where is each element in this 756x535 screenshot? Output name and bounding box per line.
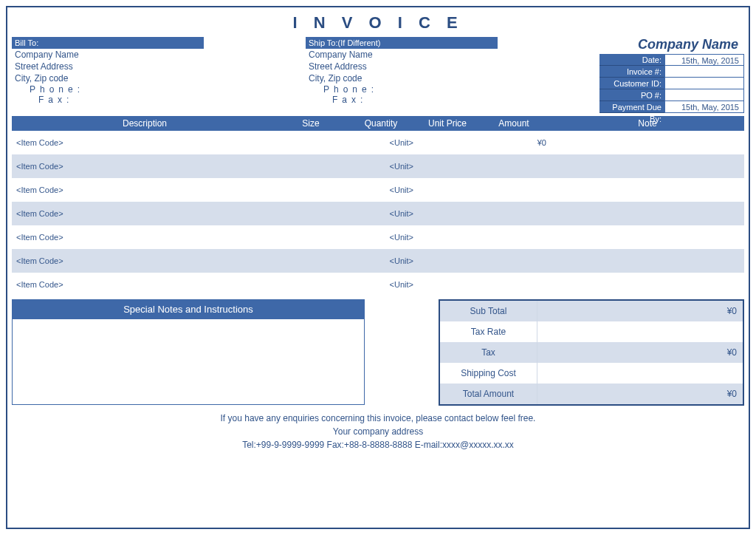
bill-to-section: Bill To: Company Name Street Address Cit… bbox=[12, 37, 306, 113]
meta-label: Payment Due By: bbox=[599, 101, 664, 113]
meta-value[interactable]: 15th, May, 2015 bbox=[664, 54, 744, 66]
totals-value: ¥0 bbox=[537, 384, 743, 404]
items-table: Description Size Quantity Unit Price Amo… bbox=[12, 116, 744, 296]
totals-box: Sub Total¥0Tax RateTax¥0Shipping CostTot… bbox=[439, 299, 744, 406]
meta-row: Date:15th, May, 2015 bbox=[599, 54, 744, 66]
unit-price-cell[interactable] bbox=[418, 273, 477, 296]
amount-cell bbox=[477, 273, 551, 296]
invoice-page: I N V O I C E Bill To: Company Name Stre… bbox=[6, 6, 750, 529]
top-grid: Bill To: Company Name Street Address Cit… bbox=[12, 37, 744, 113]
col-size: Size bbox=[278, 116, 344, 131]
ship-to-header: Ship To:(If Different) bbox=[306, 37, 498, 49]
company-name-title: Company Name bbox=[599, 37, 744, 52]
totals-value: ¥0 bbox=[537, 301, 743, 321]
size-cell[interactable] bbox=[278, 225, 344, 249]
bill-to-header: Bill To: bbox=[12, 37, 204, 49]
size-cell[interactable] bbox=[278, 154, 344, 178]
note-cell[interactable] bbox=[551, 249, 744, 273]
item-code-cell[interactable]: <Item Code> bbox=[12, 202, 278, 225]
bill-to-phone-label: Phone: bbox=[12, 84, 306, 95]
col-quantity: Quantity bbox=[344, 116, 418, 131]
table-row: <Item Code><Unit> bbox=[12, 273, 744, 296]
meta-row: PO #: bbox=[599, 89, 744, 101]
unit-price-cell[interactable] bbox=[418, 225, 477, 249]
bill-to-company: Company Name bbox=[12, 49, 306, 61]
bill-to-city: City, Zip code bbox=[12, 72, 306, 84]
notes-box: Special Notes and Instructions bbox=[12, 299, 365, 406]
bottom-section: Special Notes and Instructions Sub Total… bbox=[12, 299, 744, 406]
item-code-cell[interactable]: <Item Code> bbox=[12, 154, 278, 178]
page-title: I N V O I C E bbox=[12, 13, 744, 33]
ship-to-section: Ship To:(If Different) Company Name Stre… bbox=[306, 37, 599, 113]
item-code-cell[interactable]: <Item Code> bbox=[12, 178, 278, 202]
meta-value[interactable] bbox=[664, 66, 744, 78]
notes-header: Special Notes and Instructions bbox=[12, 299, 365, 319]
meta-section: Company Name Date:15th, May, 2015Invoice… bbox=[599, 37, 744, 113]
table-row: <Item Code><Unit> bbox=[12, 249, 744, 273]
col-amount: Amount bbox=[477, 116, 551, 131]
ship-to-street: Street Address bbox=[306, 61, 599, 72]
size-cell[interactable] bbox=[278, 202, 344, 225]
bill-to-fax-label: Fax: bbox=[12, 95, 306, 105]
totals-row: Tax Rate bbox=[440, 321, 743, 342]
size-cell[interactable] bbox=[278, 273, 344, 296]
note-cell[interactable] bbox=[551, 131, 744, 154]
totals-label: Tax Rate bbox=[440, 321, 537, 342]
totals-label: Total Amount bbox=[440, 384, 537, 404]
meta-label: PO #: bbox=[599, 89, 664, 101]
quantity-cell[interactable]: <Unit> bbox=[344, 131, 418, 154]
table-row: <Item Code><Unit>¥0 bbox=[12, 131, 744, 154]
size-cell[interactable] bbox=[278, 131, 344, 154]
totals-value: ¥0 bbox=[537, 342, 743, 363]
bill-to-street: Street Address bbox=[12, 61, 306, 72]
totals-row: Total Amount¥0 bbox=[440, 384, 743, 404]
items-header-row: Description Size Quantity Unit Price Amo… bbox=[12, 116, 744, 131]
unit-price-cell[interactable] bbox=[418, 178, 477, 202]
size-cell[interactable] bbox=[278, 249, 344, 273]
note-cell[interactable] bbox=[551, 154, 744, 178]
quantity-cell[interactable]: <Unit> bbox=[344, 273, 418, 296]
meta-label: Date: bbox=[599, 54, 664, 66]
note-cell[interactable] bbox=[551, 178, 744, 202]
quantity-cell[interactable]: <Unit> bbox=[344, 154, 418, 178]
note-cell[interactable] bbox=[551, 202, 744, 225]
meta-row: Invoice #: bbox=[599, 66, 744, 78]
quantity-cell[interactable]: <Unit> bbox=[344, 249, 418, 273]
notes-body[interactable] bbox=[12, 319, 365, 405]
amount-cell bbox=[477, 154, 551, 178]
meta-value[interactable] bbox=[664, 78, 744, 89]
unit-price-cell[interactable] bbox=[418, 249, 477, 273]
amount-cell bbox=[477, 249, 551, 273]
totals-row: Tax¥0 bbox=[440, 342, 743, 363]
unit-price-cell[interactable] bbox=[418, 202, 477, 225]
amount-cell bbox=[477, 225, 551, 249]
quantity-cell[interactable]: <Unit> bbox=[344, 225, 418, 249]
unit-price-cell[interactable] bbox=[418, 131, 477, 154]
note-cell[interactable] bbox=[551, 273, 744, 296]
item-code-cell[interactable]: <Item Code> bbox=[12, 249, 278, 273]
quantity-cell[interactable]: <Unit> bbox=[344, 202, 418, 225]
totals-row: Sub Total¥0 bbox=[440, 301, 743, 321]
footer: If you have any enquiries concerning thi… bbox=[12, 412, 744, 451]
footer-line-3: Tel:+99-9-9999-9999 Fax:+88-8-8888-8888 … bbox=[12, 438, 744, 451]
ship-to-city: City, Zip code bbox=[306, 72, 599, 84]
meta-label: Invoice #: bbox=[599, 66, 664, 78]
table-row: <Item Code><Unit> bbox=[12, 154, 744, 178]
ship-to-company: Company Name bbox=[306, 49, 599, 61]
totals-row: Shipping Cost bbox=[440, 363, 743, 384]
meta-row: Payment Due By:15th, May, 2015 bbox=[599, 101, 744, 113]
size-cell[interactable] bbox=[278, 178, 344, 202]
unit-price-cell[interactable] bbox=[418, 154, 477, 178]
totals-value bbox=[537, 321, 743, 342]
quantity-cell[interactable]: <Unit> bbox=[344, 178, 418, 202]
note-cell[interactable] bbox=[551, 225, 744, 249]
item-code-cell[interactable]: <Item Code> bbox=[12, 273, 278, 296]
meta-value[interactable] bbox=[664, 89, 744, 101]
footer-line-1: If you have any enquiries concerning thi… bbox=[12, 412, 744, 425]
col-description: Description bbox=[12, 116, 278, 131]
item-code-cell[interactable]: <Item Code> bbox=[12, 225, 278, 249]
col-unit-price: Unit Price bbox=[418, 116, 477, 131]
meta-value[interactable]: 15th, May, 2015 bbox=[664, 101, 744, 113]
table-row: <Item Code><Unit> bbox=[12, 202, 744, 225]
item-code-cell[interactable]: <Item Code> bbox=[12, 131, 278, 154]
